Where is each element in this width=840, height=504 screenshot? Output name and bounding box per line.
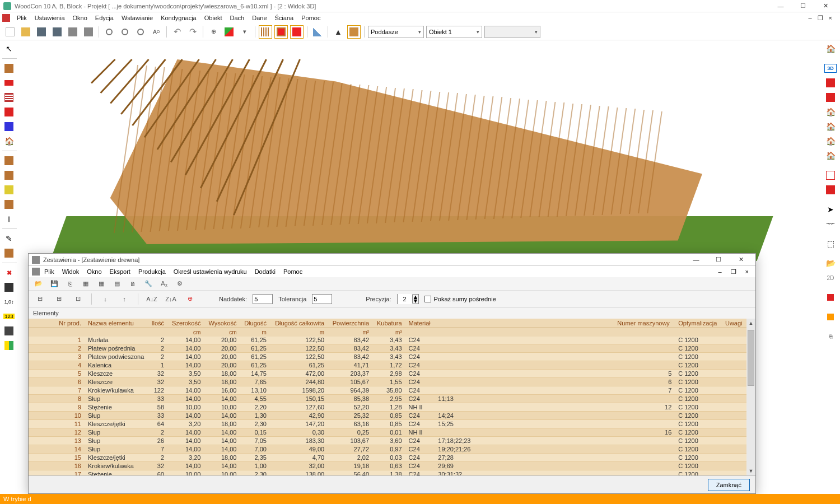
- col-11[interactable]: Numer maszynowy: [614, 319, 675, 328]
- hatch-button[interactable]: [311, 25, 324, 39]
- orange-view[interactable]: [824, 311, 837, 323]
- view-curve[interactable]: 〰: [824, 218, 837, 230]
- cmenu-pomoc[interactable]: Pomoc: [280, 267, 306, 276]
- col-12[interactable]: Optymalizacja: [675, 319, 722, 328]
- dropdown-icon[interactable]: ▾: [238, 25, 251, 39]
- table-row[interactable]: 8Słup3314,0014,004,55150,1585,382,95C241…: [29, 395, 746, 403]
- folder-view[interactable]: 📂: [824, 257, 837, 269]
- col-8[interactable]: Kubatura: [372, 319, 405, 328]
- menu-kondygnacja[interactable]: Kondygnacja: [157, 13, 200, 22]
- cmenu-eksport[interactable]: Eksport: [106, 267, 134, 276]
- col-13[interactable]: Uwagi: [722, 319, 746, 328]
- close-button[interactable]: ✕: [814, 0, 837, 12]
- ct-save[interactable]: 💾: [48, 277, 61, 291]
- precyzja-input[interactable]: [398, 294, 412, 304]
- child-mdi-close[interactable]: ×: [742, 267, 752, 277]
- view-red2[interactable]: [824, 91, 837, 104]
- text-tool-button[interactable]: AΩ: [150, 25, 163, 39]
- print-setup-button[interactable]: [82, 25, 95, 39]
- box-tool[interactable]: [2, 247, 16, 259]
- close-child-button[interactable]: Zamknąć: [708, 479, 750, 491]
- col-0[interactable]: Nr prod.: [29, 319, 85, 328]
- pencil-tool[interactable]: ✎: [2, 232, 16, 245]
- col-6[interactable]: Długość całkowita: [270, 319, 328, 328]
- cursor-tool[interactable]: ↖: [2, 43, 16, 55]
- storey-combo[interactable]: Poddasze: [368, 26, 424, 38]
- elements-table[interactable]: Nr prod.Nazwa elementuIlośćSzerokośćWyso…: [29, 319, 746, 475]
- col-3[interactable]: Szerokość: [167, 319, 204, 328]
- col-4[interactable]: Wysokość: [204, 319, 240, 328]
- red-view[interactable]: [824, 291, 837, 304]
- beam2-tool[interactable]: [2, 169, 16, 181]
- col-5[interactable]: Długość: [240, 319, 269, 328]
- view-3d[interactable]: 3D: [824, 62, 837, 74]
- ct-gear[interactable]: ⚙: [173, 277, 186, 291]
- menu-okno[interactable]: Okno: [69, 13, 91, 22]
- table-row[interactable]: 10Słup3314,0014,001,3042,9025,320,85C241…: [29, 412, 746, 420]
- naddatek-input[interactable]: [253, 294, 273, 304]
- columns-tool[interactable]: ⦀: [2, 213, 16, 225]
- mdi-restore-icon[interactable]: ❐: [815, 15, 825, 22]
- ct-grid2[interactable]: ▦: [95, 277, 108, 291]
- measure-tool[interactable]: 1,0↕: [2, 296, 16, 308]
- child-close[interactable]: ✕: [730, 256, 752, 263]
- view-house3[interactable]: 🏠: [824, 135, 837, 147]
- maximize-button[interactable]: ☐: [792, 0, 814, 12]
- child-maximize[interactable]: ☐: [707, 256, 730, 263]
- pokazsumy-checkbox[interactable]: Pokaż sumy pośrednie: [424, 296, 496, 302]
- ct2-sort-za[interactable]: Z↓A: [164, 292, 178, 306]
- col-7[interactable]: Powierzchnia: [328, 319, 372, 328]
- ct2-1[interactable]: ⊟: [33, 292, 46, 306]
- mdi-minimize-icon[interactable]: –: [806, 15, 814, 22]
- menu-dane[interactable]: Dane: [249, 13, 270, 22]
- menu-edycja[interactable]: Edycja: [92, 13, 117, 22]
- menu-wstawianie[interactable]: Wstawianie: [118, 13, 156, 22]
- view-red1[interactable]: [824, 77, 837, 89]
- menu-obiekt[interactable]: Obiekt: [201, 13, 226, 22]
- precyzja-spinner[interactable]: ▲▼: [397, 294, 419, 304]
- ct2-sort-az[interactable]: A↓Z: [145, 292, 158, 306]
- menu-plik[interactable]: Plik: [13, 13, 30, 22]
- view-arrow[interactable]: ➤: [824, 203, 837, 216]
- ct-open[interactable]: 📂: [32, 277, 45, 291]
- grid-tool[interactable]: [2, 91, 16, 104]
- scroll-thumb[interactable]: [748, 330, 754, 386]
- ct-doc[interactable]: 🗎: [126, 277, 139, 291]
- col-10[interactable]: [435, 319, 614, 328]
- grid3-button[interactable]: [290, 25, 304, 39]
- menu-pomoc[interactable]: Pomoc: [298, 13, 324, 22]
- home-view[interactable]: 🏠: [824, 43, 837, 55]
- flip-tool[interactable]: [2, 339, 16, 352]
- table-row[interactable]: 17Stężenie6010,0010,002,30138,0056,401,3…: [29, 470, 746, 476]
- table-row[interactable]: 11Kleszcze/jętki643,2018,002,30147,2063,…: [29, 420, 746, 428]
- fill-tool[interactable]: [2, 281, 16, 293]
- grid1-button[interactable]: [259, 25, 272, 39]
- rights-view[interactable]: ⎘: [824, 330, 837, 343]
- ct-grid3[interactable]: ▤: [110, 277, 124, 291]
- open-button[interactable]: [19, 25, 32, 39]
- scroll-up-icon[interactable]: ▲: [746, 319, 755, 328]
- beam3-tool[interactable]: [2, 184, 16, 196]
- table-row[interactable]: 16Krokiew/kulawka3214,0014,001,0032,0019…: [29, 462, 746, 470]
- beam4-tool[interactable]: [2, 198, 16, 211]
- ct2-target[interactable]: ⊕: [183, 292, 197, 306]
- minimize-button[interactable]: —: [769, 0, 792, 12]
- col-2[interactable]: Ilość: [147, 319, 167, 328]
- 2d-view[interactable]: 2D: [824, 272, 837, 284]
- ct2-down[interactable]: ↓: [99, 292, 112, 306]
- object-combo[interactable]: Obiekt 1: [426, 26, 482, 38]
- grid2-button[interactable]: [274, 25, 288, 39]
- child-mdi-min[interactable]: –: [715, 267, 725, 277]
- tolerancja-input[interactable]: [312, 294, 332, 304]
- table-row[interactable]: 9Stężenie5810,0010,002,20127,6052,201,28…: [29, 403, 746, 412]
- view-wire[interactable]: [824, 169, 837, 181]
- ct2-3[interactable]: ⊡: [71, 292, 85, 306]
- cmenu-okno[interactable]: Okno: [83, 267, 105, 276]
- target-button[interactable]: ⊕: [207, 25, 220, 39]
- wall-tool[interactable]: [2, 62, 16, 74]
- pointer-button[interactable]: ▲: [332, 25, 345, 39]
- save-button[interactable]: [35, 25, 48, 39]
- table-row[interactable]: 3Płatew podwieszona214,0020,0061,25122,5…: [29, 353, 746, 361]
- menu-dach[interactable]: Dach: [227, 13, 248, 22]
- undo-button[interactable]: ↶: [170, 25, 184, 39]
